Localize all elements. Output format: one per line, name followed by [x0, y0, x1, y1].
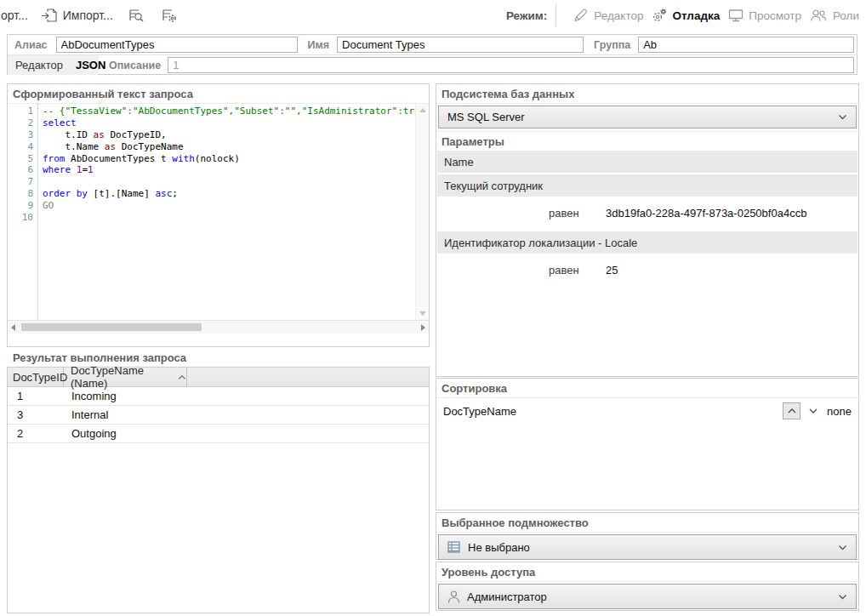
code-line: select [43, 117, 415, 129]
sorting-list: DocTypeNamenone [436, 401, 858, 421]
toolbar-separator [555, 4, 556, 26]
mode-preview-button[interactable]: Просмотр [727, 8, 801, 23]
query-text-panel: Сформированный текст запроса 12345678910… [7, 83, 430, 347]
result-rows: 1Incoming3Internal2Outgoing [8, 387, 429, 443]
cell-doctypeid: 3 [8, 408, 64, 421]
line-number: 1 [8, 106, 33, 117]
table-row[interactable]: 2Outgoing [8, 425, 429, 443]
column-header-doctypename[interactable]: DocTypeName (Name) [64, 368, 187, 386]
form-row-main: Алиас Имя Группа [8, 35, 857, 55]
access-level-title: Уровень доступа [436, 562, 858, 582]
view-properties-form: Алиас Имя Группа Редактор JSON Описание [7, 34, 857, 75]
mode-roles-button[interactable]: Роли [809, 8, 859, 23]
subset-dropdown[interactable]: Не выбрано [438, 534, 857, 560]
parameters-title: Параметры [436, 132, 858, 151]
code-line: GO [43, 200, 415, 212]
code-line: t.Name as DocTypeName [43, 141, 415, 153]
mode-switcher: Режим: Редактор Отладка [506, 4, 866, 26]
cell-doctypename: Incoming [64, 390, 117, 402]
subset-title: Выбранное подмножество [436, 513, 858, 533]
condition-operator-label: равен [549, 207, 606, 220]
parameter-name-bar[interactable]: Идентификатор локализации - Locale [437, 231, 857, 254]
cell-doctypename: Internal [64, 408, 108, 421]
table-row[interactable]: 1Incoming [8, 387, 429, 406]
line-number: 4 [8, 141, 33, 153]
scroll-down-arrow-icon[interactable] [419, 311, 426, 316]
code-line: where 1=1 [43, 164, 415, 176]
line-number: 7 [8, 176, 33, 188]
code-line: -- {"TessaView":"AbDocumentTypes","Subse… [43, 106, 415, 117]
code-line: t.ID as DocTypeID, [43, 129, 415, 141]
editor-horizontal-scrollbar[interactable] [8, 320, 429, 334]
import-button[interactable]: Импорт... [41, 8, 113, 23]
tab-editor[interactable]: Редактор [15, 59, 63, 71]
export-button[interactable]: орт... [1, 9, 28, 22]
condition-value[interactable]: 3db19fa0-228a-497f-873a-0250bf0a4ccb [606, 207, 806, 220]
editor-mode-tabs: Редактор JSON [8, 55, 99, 75]
parameter-name-bar[interactable]: Name [437, 151, 857, 173]
table-row[interactable]: 3Internal [8, 406, 429, 425]
group-input[interactable] [638, 37, 854, 53]
mode-roles-label: Роли [833, 9, 859, 22]
list-search-icon [128, 8, 145, 23]
database-select-area: MS SQL Server [436, 106, 858, 132]
sorting-panel: Сортировка DocTypeNamenone [436, 378, 859, 510]
access-level-dropdown-value: Администратор [467, 590, 547, 603]
sorting-column-name: DocTypeName [436, 405, 783, 418]
code-gutter: 12345678910 [8, 104, 38, 320]
parameter-name-bar[interactable]: Текущий сотрудник [437, 174, 857, 197]
result-table-header: DocTypeID DocTypeName (Name) [8, 368, 429, 387]
code-line: from AbDocumentTypes t with(nolock) [43, 153, 415, 165]
database-title: Подсистема баз данных [436, 84, 858, 104]
condition-value[interactable]: 25 [606, 264, 618, 277]
query-text-title: Сформированный текст запроса [8, 84, 429, 104]
scroll-left-arrow-icon[interactable] [11, 324, 15, 331]
mode-debug-label: Отладка [672, 9, 720, 22]
cell-doctypename: Outgoing [64, 427, 117, 440]
sort-ascending-button[interactable] [783, 402, 800, 419]
tab-json[interactable]: JSON [76, 59, 105, 71]
table-icon [447, 540, 462, 554]
person-icon [447, 590, 461, 604]
code-editor[interactable]: 12345678910 -- {"TessaView":"AbDocumentT… [8, 104, 429, 320]
line-number: 6 [8, 164, 33, 176]
editor-vertical-scrollbar[interactable] [415, 104, 429, 320]
line-number: 9 [8, 200, 33, 212]
scroll-right-arrow-icon[interactable] [421, 324, 425, 331]
code-line [43, 212, 415, 224]
parameter-condition-row: равен3db19fa0-228a-497f-873a-0250bf0a4cc… [436, 202, 858, 224]
column-header-filler [187, 368, 429, 386]
column-header-doctypeid-label: DocTypeID [13, 371, 67, 384]
column-header-doctypeid[interactable]: DocTypeID [8, 368, 64, 386]
view-with-settings-button[interactable] [158, 4, 180, 26]
code-line: order by [t].[Name] asc; [43, 188, 415, 200]
name-input[interactable] [337, 37, 584, 53]
import-label: Импорт... [63, 9, 113, 22]
line-number: 10 [8, 212, 33, 224]
column-header-doctypename-label: DocTypeName (Name) [71, 364, 172, 390]
mode-editor-label: Редактор [594, 9, 643, 22]
line-number: 8 [8, 188, 33, 200]
mode-debug-button[interactable]: Отладка [651, 8, 720, 23]
parameter-list: NameТекущий сотрудникравен3db19fa0-228a-… [436, 151, 858, 281]
database-dropdown[interactable]: MS SQL Server [438, 106, 857, 128]
view-with-search-button[interactable] [125, 4, 147, 26]
cell-doctypeid: 2 [8, 427, 64, 440]
view-editor-window: орт... Импорт... Режим: [0, 0, 866, 616]
sort-descending-button[interactable] [804, 402, 822, 419]
form-row-secondary: Редактор JSON Описание [8, 55, 857, 75]
horizontal-scroll-thumb[interactable] [21, 323, 202, 331]
subset-dropdown-value: Не выбрано [468, 541, 530, 554]
access-level-dropdown[interactable]: Администратор [438, 584, 857, 609]
toolbar: орт... Импорт... Режим: [0, 0, 866, 31]
description-input[interactable] [168, 57, 854, 73]
chevron-down-icon [838, 545, 847, 550]
scroll-up-arrow-icon[interactable] [419, 108, 426, 112]
code-lines[interactable]: -- {"TessaView":"AbDocumentTypes","Subse… [38, 104, 415, 320]
sorting-title: Сортировка [436, 379, 858, 398]
chevron-down-icon [838, 594, 847, 600]
alias-input[interactable] [56, 37, 298, 53]
cell-doctypeid: 1 [8, 390, 64, 402]
access-level-panel: Уровень доступа Администратор [436, 562, 859, 611]
mode-editor-button[interactable]: Редактор [573, 8, 643, 23]
